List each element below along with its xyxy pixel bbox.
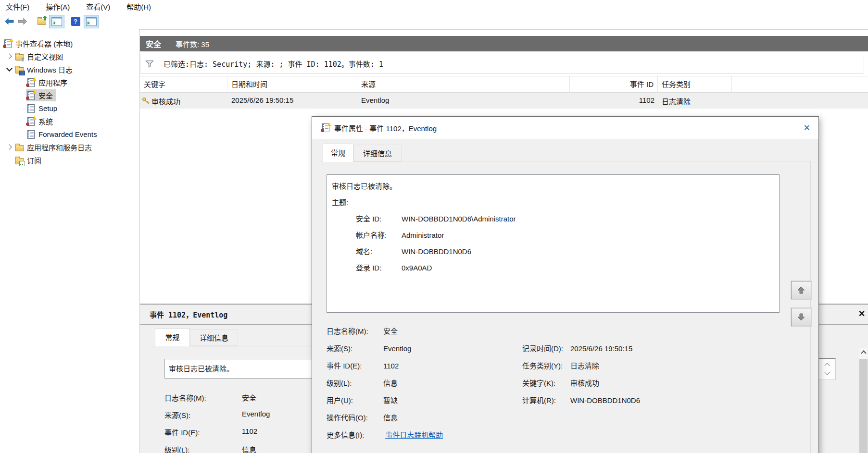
event-properties-dialog: 事件属性 - 事件 1102，Eventlog × 常规 详细信息 审核日志已被… [312,116,819,453]
filter-summary-text: 已筛选:日志: Security; 来源: ; 事件 ID: 1102。事件数:… [164,59,383,69]
dialog-field: 日志名称(M):安全 [327,326,398,336]
event-message: 审核日志已被清除。 [332,178,774,195]
tree-item-custom-views[interactable]: 自定义视图 [0,50,139,63]
folder-filter-icon [15,52,24,61]
tree-item-security-log[interactable]: 安全 [0,89,139,102]
arrow-down-icon [797,313,805,321]
menu-file[interactable]: 文件(F) [6,1,29,12]
tree-item-apps-services-logs[interactable]: 应用程序和服务日志 [0,141,139,154]
preview-close-button[interactable]: × [855,306,868,321]
event-list-header: 关键字 日期和时间 来源 事件 ID 任务类别 [140,76,868,93]
action-pane-toggle-button[interactable] [84,15,99,28]
results-header-bar: 安全 事件数: 35 [140,36,868,51]
dialog-field-more-info: 更多信息(I): 事件日志联机帮助 [327,429,443,440]
console-tree: 事件查看器 (本地) 自定义视图 Windows 日志 应用程序 [0,29,139,453]
help-icon: ? [71,17,80,26]
column-header-event-id[interactable]: 事件 ID [570,76,658,93]
dialog-field: 计算机(R):WIN-DOBBDD1N0D6 [522,395,640,405]
dialog-title: 事件属性 - 事件 1102，Eventlog [334,123,437,133]
event-viewer-window: 文件(F) 操作(A) 查看(V) 帮助(H) [0,0,868,453]
dialog-close-button[interactable]: × [795,117,818,139]
dialog-field: 记录时间(D):2025/6/26 19:50:15 [522,343,632,354]
event-description-box[interactable]: 审核日志已被清除。 主题: 安全 ID:WIN-DOBBDD1N0D6\Admi… [327,174,780,313]
toolbar: ? [0,13,868,30]
log-name-title: 安全 [146,38,161,49]
event-count: 事件数: 35 [176,39,209,49]
preview-field-label: 日志名称(M): [164,392,206,403]
log-warn-icon [27,117,36,126]
preview-field-label: 来源(S): [164,410,190,420]
menu-view[interactable]: 查看(V) [86,1,110,12]
subscription-icon [15,156,24,165]
tree-item-subscriptions[interactable]: 订阅 [0,154,139,167]
preview-field-label: 级别(L): [164,444,190,453]
up-one-level-icon [38,17,46,25]
back-button[interactable] [3,15,15,27]
preview-field-value: 安全 [242,392,256,403]
dialog-field: 操作代码(O):信息 [327,412,398,423]
tree-item-application-log[interactable]: 应用程序 [0,76,139,89]
filter-bar: 已筛选:日志: Security; 来源: ; 事件 ID: 1102。事件数:… [140,54,864,73]
event-log-icon [322,123,330,132]
help-button[interactable]: ? [69,15,82,27]
log-warn-icon [27,78,36,87]
event-row[interactable]: 审核成功 2025/6/26 19:50:15 Eventlog 1102 日志… [140,93,868,109]
console-tree-toggle-button[interactable] [49,15,64,28]
spinner-down-icon[interactable] [824,369,830,375]
log-icon [27,130,36,139]
subject-line: 域名:WIN-DOBBDD1N0D6 [332,244,774,260]
console-tree-toggle-icon [51,17,62,26]
tree-item-event-viewer-root[interactable]: 事件查看器 (本地) [0,37,139,50]
log-icon [27,104,36,113]
dialog-field: 关键字(K):审核成功 [522,378,599,388]
preview-field-label: 事件 ID(E): [164,427,200,437]
menu-bar: 文件(F) 操作(A) 查看(V) 帮助(H) [0,0,868,13]
dialog-tab-general[interactable]: 常规 [323,144,353,162]
toolbar-separator [32,16,32,26]
up-one-level-button[interactable] [36,15,48,27]
chevron-right-icon[interactable] [6,53,12,59]
preview-field-value: 1102 [242,427,257,435]
tree-item-setup-log[interactable]: Setup [0,102,139,115]
next-event-button[interactable] [791,308,811,326]
funnel-icon [145,60,154,68]
subject-line: 登录 ID:0x9A0AD [332,260,774,276]
spinner-up-icon[interactable] [824,363,830,368]
tree-item-system-log[interactable]: 系统 [0,115,139,128]
dialog-field: 用户(U):暂缺 [327,395,398,405]
dialog-tab-details[interactable]: 详细信息 [353,145,402,162]
column-header-source[interactable]: 来源 [357,76,570,93]
tree-item-windows-logs[interactable]: Windows 日志 [0,63,139,76]
dialog-field: 级别(L):信息 [327,378,398,388]
column-header-task-category[interactable]: 任务类别 [658,76,732,93]
dialog-field: 来源(S):Eventlog [327,343,411,354]
dialog-field: 事件 ID(E):1102 [327,360,399,371]
chevron-right-icon[interactable] [6,144,12,149]
event-log-online-help-link[interactable]: 事件日志联机帮助 [385,431,443,439]
preview-field-value: Eventlog [242,410,270,418]
event-viewer-icon [4,39,13,48]
selected-tree-item[interactable]: 安全 [26,89,56,101]
preview-scrollbar[interactable] [859,348,868,453]
preview-tab-general[interactable]: 常规 [155,328,190,346]
previous-event-button[interactable] [791,281,811,299]
subject-line: 帐户名称:Administrator [332,227,774,244]
key-icon [142,97,150,105]
forward-icon [18,18,27,25]
forward-button[interactable] [16,15,29,27]
row-source: Eventlog [361,96,389,104]
column-header-datetime[interactable]: 日期和时间 [227,76,357,93]
chevron-down-icon[interactable] [6,65,13,72]
scrollbar-thumb[interactable] [859,359,868,453]
preview-pane-title: 事件 1102，Eventlog [150,309,227,319]
menu-help[interactable]: 帮助(H) [126,1,151,12]
row-datetime: 2025/6/26 19:50:15 [231,96,293,104]
row-event-id: 1102 [621,96,654,104]
scrollbar-up-icon[interactable] [861,350,866,355]
menu-action[interactable]: 操作(A) [46,1,70,12]
preview-tab-details[interactable]: 详细信息 [190,329,238,346]
tree-item-forwarded-events-log[interactable]: Forwarded Events [0,128,139,141]
tab-scroll-spinner[interactable] [818,358,836,380]
dialog-title-bar[interactable]: 事件属性 - 事件 1102，Eventlog × [312,117,818,139]
column-header-keyword[interactable]: 关键字 [140,76,227,93]
